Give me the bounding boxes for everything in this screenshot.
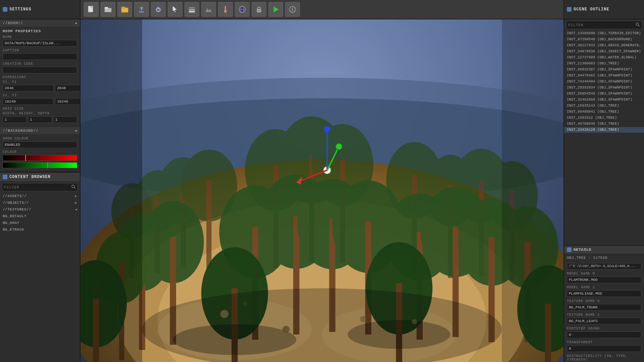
- svg-rect-86: [502, 19, 564, 362]
- scene-outline: INST_13386898 (OBJ_TERRAIN_EDITOR) INST_…: [564, 19, 644, 245]
- tool-new[interactable]: [84, 2, 99, 17]
- svg-rect-38: [206, 180, 211, 267]
- show-colour-input[interactable]: [3, 141, 77, 148]
- model-name-0-label: MODEL NAME 0: [564, 271, 644, 276]
- footstep-sound-input[interactable]: [567, 331, 641, 338]
- outline-item-background[interactable]: INST_87260540 (OBJ_BACKGROUND): [564, 37, 644, 43]
- cb-textures-arrow: ◀: [75, 207, 77, 212]
- background-section-header[interactable]: //BACKGROUND// ◀: [0, 127, 80, 135]
- tool-layers[interactable]: [184, 2, 199, 17]
- outline-item-tree6[interactable]: INST_23420128 (OBJ_TREE): [564, 127, 644, 133]
- svg-point-102: [243, 302, 247, 306]
- caption-input[interactable]: [3, 53, 77, 60]
- green-colour-bar[interactable]: [3, 162, 77, 168]
- tool-terrain[interactable]: [201, 2, 216, 17]
- svg-point-100: [282, 326, 289, 333]
- outline-item-tree4[interactable]: INST_1593312 (OBJ_TREE): [564, 115, 644, 121]
- cb-item-assets[interactable]: //ASSETS// ▶: [0, 193, 80, 199]
- outline-item-spawn3[interactable]: INST_74349494 (OBJ_SPAWNPOINT): [564, 79, 644, 85]
- outline-item-tree2[interactable]: INST_15635143 (OBJ_TREE): [564, 103, 644, 109]
- y2-input[interactable]: [55, 98, 80, 105]
- outline-item-tree1[interactable]: INST_11306003 (OBJ_TREE): [564, 61, 644, 67]
- outline-item-water[interactable]: INST_12737909 (OBJ_WATER_GLOBAL): [564, 55, 644, 61]
- details-code-input[interactable]: [567, 263, 641, 269]
- texture-name-0-input[interactable]: [567, 304, 641, 311]
- background-section-arrow: ◀: [75, 129, 77, 133]
- name-input[interactable]: [3, 40, 77, 47]
- svg-rect-11: [189, 11, 195, 12]
- svg-point-21: [292, 8, 293, 9]
- cb-search-icon: [69, 183, 77, 191]
- outline-item-terrain[interactable]: INST_13386898 (OBJ_TERRAIN_EDITOR): [564, 31, 644, 37]
- outline-item-grass[interactable]: INST_38127933 (OBJ_GRASS_GENERATOR): [564, 43, 644, 49]
- cb-item-bg-gray[interactable]: BG_GRAY: [0, 220, 80, 226]
- outline-item-spawn6[interactable]: INST_32462608 (OBJ_SPAWNPOINT): [564, 97, 644, 103]
- caption-label: CAPTION: [3, 49, 77, 52]
- depth-input[interactable]: [53, 116, 77, 123]
- outline-item-insect[interactable]: INST_54878936 (OBJ_INSECT_SPAWNER): [564, 49, 644, 55]
- tool-select[interactable]: [168, 2, 182, 17]
- whd-label: WIDTH, HEIGHT, DEPTH: [3, 112, 77, 115]
- tool-save[interactable]: [117, 2, 132, 17]
- x2y2-label: X2, Y2: [3, 94, 77, 97]
- show-colour-label: SHOW COLOUR: [3, 137, 77, 140]
- outline-search-icon: [634, 21, 642, 29]
- tool-info[interactable]: [285, 2, 300, 17]
- svg-point-97: [336, 143, 342, 149]
- room-properties-label: ROOM PROPERTIES: [3, 29, 77, 33]
- cb-item-bg-default[interactable]: BG_DEFAULT: [0, 213, 80, 220]
- scene-outline-panel-header: SCENE OUTLINE: [564, 0, 644, 19]
- tool-undo[interactable]: [151, 2, 166, 17]
- outline-item-spawn5[interactable]: INST_55054546 (OBJ_SPAWNPOINT): [564, 91, 644, 97]
- cb-item-objects[interactable]: //OBJECTS// ▶: [0, 199, 80, 206]
- tool-open[interactable]: [101, 2, 115, 17]
- svg-point-90: [348, 320, 450, 349]
- cb-bg-etrack-label: BG_ETRACK: [3, 228, 24, 232]
- outline-item-tree5[interactable]: INST_46708036 (OBJ_TREE): [564, 121, 644, 127]
- texture-name-1-input[interactable]: [567, 318, 641, 324]
- svg-rect-4: [105, 7, 108, 9]
- width-input[interactable]: [3, 116, 26, 123]
- outline-item-tree3[interactable]: INST_60488041 (OBJ_TREE): [564, 109, 644, 115]
- red-colour-bar[interactable]: [3, 155, 77, 161]
- outline-item-spawn1[interactable]: INST_66832387 (OBJ_SPAWNPOINT): [564, 67, 644, 73]
- details-panel: DETAILS OBJ_TREE : 117520 MODEL NAME 0 M…: [564, 245, 644, 362]
- svg-rect-6: [121, 8, 128, 12]
- svg-point-99: [360, 316, 366, 322]
- creation-code-label: CREATION CODE: [3, 62, 77, 66]
- tool-paint[interactable]: [218, 2, 233, 17]
- svg-rect-9: [189, 7, 195, 8]
- x1y1-label: X1, Y1: [3, 80, 77, 84]
- cb-objects-label: //OBJECTS//: [3, 201, 29, 205]
- viewport[interactable]: [80, 19, 564, 362]
- svg-rect-22: [292, 9, 293, 11]
- room-section-label: //ROOM//: [3, 21, 23, 25]
- svg-line-24: [74, 187, 75, 189]
- model-name-0-input[interactable]: [567, 277, 641, 283]
- transparent-label: TRANSPARENT: [564, 340, 644, 345]
- creation-code-input[interactable]: [3, 67, 77, 73]
- transparent-input[interactable]: [567, 345, 641, 352]
- x1-input[interactable]: [3, 85, 54, 92]
- cb-filter-input[interactable]: [2, 184, 69, 190]
- tool-lock[interactable]: [252, 2, 266, 17]
- y1-input[interactable]: [55, 85, 80, 92]
- room-section-arrow: ◀: [75, 21, 77, 25]
- tool-import[interactable]: [134, 2, 149, 17]
- outline-item-spawn4[interactable]: INST_28352634 (OBJ_SPAWNPOINT): [564, 85, 644, 91]
- room-section-header[interactable]: //ROOM// ◀: [0, 19, 80, 27]
- tool-globe[interactable]: [235, 2, 250, 17]
- outline-filter-input[interactable]: [567, 22, 634, 28]
- cb-item-bg-etrack[interactable]: BG_ETRACK: [0, 226, 80, 233]
- outline-filter-bar: [566, 21, 642, 29]
- settings-title: SETTINGS: [9, 7, 32, 12]
- outline-item-spawn2[interactable]: INST_84479482 (OBJ_SPAWNPOINT): [564, 73, 644, 79]
- x2-input[interactable]: [3, 98, 54, 105]
- tool-play[interactable]: [268, 2, 283, 17]
- cb-bg-gray-label: BG_GRAY: [3, 221, 19, 225]
- cb-item-textures[interactable]: //TEXTURES// ◀: [0, 206, 80, 213]
- height-input[interactable]: [28, 116, 52, 123]
- model-name-1-input[interactable]: [567, 290, 641, 297]
- cb-icon: [3, 175, 7, 179]
- texture-name-0-label: TEXTURE NAME 0: [564, 298, 644, 303]
